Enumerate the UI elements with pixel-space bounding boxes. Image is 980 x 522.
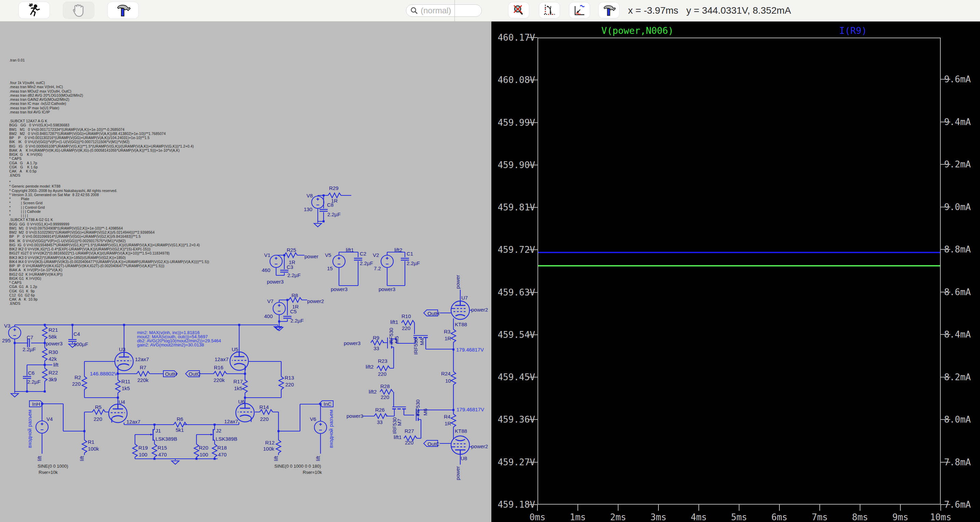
schematic-label-R17[interactable]: R17: [233, 379, 243, 384]
schematic-label-22F[interactable]: 2.2µF: [360, 260, 373, 266]
schematic-label-M5[interactable]: M5: [394, 336, 399, 343]
schematic-label-R14[interactable]: R14: [259, 404, 269, 410]
schematic-label-M6[interactable]: M6: [422, 409, 428, 416]
schematic-label-R27[interactable]: R27: [404, 428, 414, 434]
schematic-label-IRF530[interactable]: IRF530: [415, 399, 421, 416]
schematic-label-InH[interactable]: InH: [32, 401, 40, 407]
schematic-label-OutC[interactable]: OutC: [428, 441, 439, 447]
schematic-label-power2[interactable]: power2: [307, 298, 324, 304]
schematic-label-220k[interactable]: 220k: [213, 377, 225, 383]
schematic-label-R10[interactable]: R10: [401, 313, 411, 319]
schematic-label-15[interactable]: 15: [327, 266, 333, 271]
schematic-label-58k[interactable]: 58k: [49, 334, 57, 340]
schematic-label-C3[interactable]: C3: [287, 264, 293, 270]
schematic-label-220[interactable]: 220: [72, 381, 81, 387]
zoom-off-button[interactable]: [509, 2, 529, 18]
schematic-label-1k5[interactable]: 1k5: [234, 385, 242, 391]
schematic-label-InC[interactable]: InC: [324, 401, 332, 407]
schematic-label-33[interactable]: 33: [377, 419, 383, 425]
edit-tools-button[interactable]: [108, 2, 138, 18]
schematic-label-R2[interactable]: R2: [75, 374, 81, 380]
trace-VpowerN006[interactable]: [538, 265, 940, 266]
schematic-label-100k[interactable]: 100k: [88, 446, 99, 452]
schematic-label-power2[interactable]: power2: [471, 307, 488, 313]
schematic-label-17946817V[interactable]: 179.46817V: [456, 347, 484, 353]
schematic-label-U3[interactable]: U3: [119, 346, 126, 352]
schematic-label-R4[interactable]: R4: [444, 414, 450, 420]
schematic-label-130[interactable]: 130: [304, 206, 312, 212]
schematic-label-C5[interactable]: C5: [290, 309, 297, 314]
schematic-label-power[interactable]: power: [455, 275, 461, 289]
schematic-label-17946817V[interactable]: 179.46817V: [457, 407, 484, 412]
schematic-label-22F[interactable]: 2.2µF: [287, 272, 301, 278]
schematic-label-power3[interactable]: power3: [331, 286, 347, 292]
schematic-label-V6[interactable]: V6: [310, 416, 316, 422]
schematic-label-lift[interactable]: lift: [315, 456, 321, 461]
schematic-label-12ax7[interactable]: 12ax7: [135, 356, 149, 362]
schematic-label-295[interactable]: 295: [2, 337, 11, 343]
schematic-label-R21[interactable]: R21: [49, 327, 58, 333]
schematic-label-C2[interactable]: C2: [360, 251, 366, 256]
schematic-label-V2[interactable]: V2: [373, 252, 379, 258]
schematic-label-U6[interactable]: U6: [238, 399, 245, 404]
schematic-label-12ax7[interactable]: 12ax7: [215, 356, 229, 362]
schematic-label-V4[interactable]: V4: [46, 416, 52, 422]
schematic-label-power3[interactable]: power3: [344, 340, 361, 346]
schematic-label-R30[interactable]: R30: [49, 349, 58, 355]
schematic-label-lift[interactable]: lift: [79, 456, 85, 461]
waveform-tools-button[interactable]: [599, 2, 619, 18]
schematic-label-M4[interactable]: M4: [419, 338, 425, 345]
schematic-label-C8[interactable]: C8: [327, 202, 334, 208]
schematic-label-U5[interactable]: U5: [232, 346, 238, 352]
schematic-label-R16[interactable]: R16: [214, 364, 223, 370]
trace-IR9[interactable]: [538, 252, 940, 253]
schematic-label-[interactable]: входной разъем: [27, 410, 32, 448]
schematic-label-1R[interactable]: 1R: [445, 336, 451, 341]
schematic-label-400[interactable]: 400: [264, 313, 273, 319]
plot-settings-button[interactable]: [569, 2, 590, 18]
schematic-label-100F[interactable]: 100µF: [73, 341, 88, 347]
schematic-label-R5[interactable]: R5: [95, 404, 102, 410]
schematic-label-C1[interactable]: C1: [407, 251, 413, 256]
schematic-label-5k1[interactable]: 5k1: [176, 427, 184, 433]
schematic-label-lift1[interactable]: lift1: [394, 434, 401, 440]
pan-button[interactable]: [63, 2, 94, 18]
schematic-label-R6[interactable]: R6: [177, 416, 183, 422]
schematic-label-IRF530[interactable]: IRF530: [388, 328, 394, 344]
schematic-label-R18[interactable]: R18: [217, 445, 227, 450]
schematic-label-power[interactable]: power: [455, 466, 461, 480]
schematic-label-220[interactable]: 220: [381, 394, 389, 400]
schematic-label-R22[interactable]: R22: [49, 370, 58, 376]
schematic-label-100[interactable]: 100: [139, 452, 147, 457]
schematic-label-power3[interactable]: power3: [347, 413, 363, 419]
schematic-label-M7[interactable]: M7: [396, 419, 402, 426]
schematic-label-460[interactable]: 460: [262, 267, 270, 273]
schematic-label-R3[interactable]: R3: [444, 329, 450, 334]
schematic-canvas[interactable]: V8130R291RC82.2µFV1460R251RpowerC32.2µFp…: [0, 21, 492, 522]
schematic-label-lift2[interactable]: lift2: [366, 364, 374, 370]
schematic-label-R15[interactable]: R15: [158, 445, 167, 450]
run-button[interactable]: [19, 2, 49, 18]
schematic-label-R24[interactable]: R24: [441, 371, 451, 376]
schematic-label-R1[interactable]: R1: [88, 439, 94, 445]
schematic-label-14688802V[interactable]: 146.88802V: [90, 371, 118, 376]
schematic-label-V1[interactable]: V1: [264, 252, 270, 258]
waveform-pane[interactable]: V(power,N006)I(R9)460.17V460.08V459.99V4…: [492, 21, 980, 522]
schematic-label-R23[interactable]: R23: [378, 358, 388, 364]
schematic-label-R25[interactable]: R25: [287, 247, 296, 253]
autorange-button[interactable]: [539, 2, 560, 18]
schematic-label-R11[interactable]: R11: [121, 379, 130, 384]
schematic-label-C4[interactable]: C4: [73, 331, 80, 337]
schematic-label-220[interactable]: 220: [405, 440, 414, 446]
schematic-label-220[interactable]: 220: [285, 382, 294, 387]
schematic-label-V7[interactable]: V7: [267, 298, 274, 304]
schematic-label-C6[interactable]: C6: [28, 370, 35, 376]
schematic-label-lift2[interactable]: lift2: [395, 247, 402, 253]
schematic-label-R7[interactable]: R7: [140, 364, 146, 370]
schematic-label-power3[interactable]: power3: [46, 341, 62, 346]
schematic-label-SINE001000[interactable]: SINE(0 0 1000): [38, 463, 68, 469]
schematic-label-power[interactable]: power: [304, 253, 318, 259]
schematic-label-OutH[interactable]: OutH: [165, 371, 177, 377]
schematic-label-R13[interactable]: R13: [285, 375, 294, 380]
schematic-label-22F[interactable]: 2.2µF: [22, 346, 36, 352]
